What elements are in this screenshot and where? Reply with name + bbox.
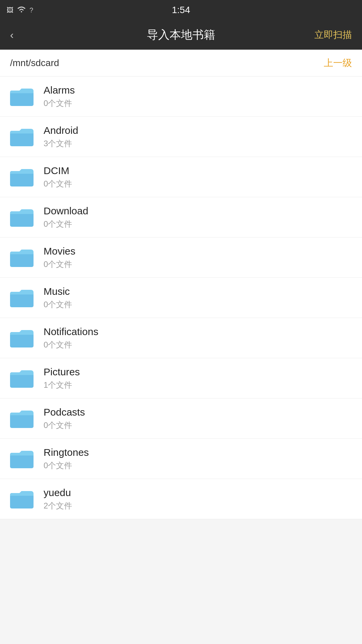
folder-info: Android 3个文件 — [44, 125, 78, 149]
folder-icon — [10, 207, 34, 227]
folder-item[interactable]: Movies 0个文件 — [0, 237, 362, 278]
folder-icon — [10, 127, 34, 147]
folder-item[interactable]: Pictures 1个文件 — [0, 358, 362, 398]
scan-button[interactable]: 立即扫描 — [314, 29, 352, 41]
folder-item[interactable]: DCIM 0个文件 — [0, 157, 362, 197]
folder-count: 0个文件 — [44, 178, 72, 189]
photo-icon: 🖼 — [7, 6, 13, 14]
folder-count: 0个文件 — [44, 219, 88, 229]
folder-item[interactable]: yuedu 2个文件 — [0, 479, 362, 519]
wifi-icon — [17, 6, 26, 15]
folder-icon — [10, 288, 34, 308]
folder-count: 0个文件 — [44, 339, 98, 350]
folder-icon — [10, 328, 34, 348]
status-icons: 🖼 ? — [7, 6, 33, 15]
folder-icon — [10, 449, 34, 469]
folder-item[interactable]: Podcasts 0个文件 — [0, 398, 362, 439]
folder-info: DCIM 0个文件 — [44, 165, 72, 189]
folder-name: yuedu — [44, 487, 72, 498]
folder-icon — [10, 248, 34, 268]
folder-item[interactable]: Alarms 0个文件 — [0, 76, 362, 117]
folder-info: Download 0个文件 — [44, 205, 88, 229]
folder-count: 0个文件 — [44, 98, 75, 109]
folder-info: Alarms 0个文件 — [44, 85, 75, 109]
folder-count: 2个文件 — [44, 500, 72, 511]
title-bar: ‹ 导入本地书籍 立即扫描 — [0, 20, 362, 50]
folder-item[interactable]: Download 0个文件 — [0, 197, 362, 237]
folder-count: 3个文件 — [44, 138, 78, 149]
up-level-button[interactable]: 上一级 — [324, 57, 352, 69]
status-bar: 🖼 ? 1:54 — [0, 0, 362, 20]
page-title: 导入本地书籍 — [147, 27, 215, 43]
folder-name: Music — [44, 286, 72, 297]
folder-icon — [10, 368, 34, 388]
folder-list: Alarms 0个文件 Android 3个文件 — [0, 76, 362, 519]
folder-count: 0个文件 — [44, 420, 85, 431]
folder-name: Android — [44, 125, 78, 136]
folder-info: Podcasts 0个文件 — [44, 407, 85, 431]
folder-count: 0个文件 — [44, 299, 72, 310]
folder-info: Pictures 1个文件 — [44, 366, 80, 390]
folder-info: yuedu 2个文件 — [44, 487, 72, 511]
folder-name: Notifications — [44, 326, 98, 337]
folder-count: 1个文件 — [44, 380, 80, 390]
folder-name: Download — [44, 205, 88, 217]
folder-name: Ringtones — [44, 447, 89, 458]
current-path: /mnt/sdcard — [10, 58, 59, 68]
folder-name: Movies — [44, 246, 75, 257]
folder-item[interactable]: Android 3个文件 — [0, 117, 362, 157]
folder-name: Podcasts — [44, 407, 85, 418]
folder-name: Alarms — [44, 85, 75, 96]
folder-icon — [10, 87, 34, 107]
status-time: 1:54 — [172, 5, 190, 15]
folder-item[interactable]: Notifications 0个文件 — [0, 318, 362, 358]
folder-name: DCIM — [44, 165, 72, 176]
folder-info: Notifications 0个文件 — [44, 326, 98, 350]
folder-item[interactable]: Ringtones 0个文件 — [0, 439, 362, 479]
path-bar: /mnt/sdcard 上一级 — [0, 50, 362, 76]
folder-count: 0个文件 — [44, 460, 89, 471]
folder-info: Ringtones 0个文件 — [44, 447, 89, 471]
folder-icon — [10, 167, 34, 187]
folder-icon — [10, 489, 34, 509]
back-button[interactable]: ‹ — [7, 25, 17, 45]
folder-name: Pictures — [44, 366, 80, 378]
question-icon: ? — [29, 6, 33, 14]
folder-icon — [10, 409, 34, 429]
folder-count: 0个文件 — [44, 259, 75, 270]
folder-info: Movies 0个文件 — [44, 246, 75, 270]
folder-item[interactable]: Music 0个文件 — [0, 278, 362, 318]
folder-info: Music 0个文件 — [44, 286, 72, 310]
